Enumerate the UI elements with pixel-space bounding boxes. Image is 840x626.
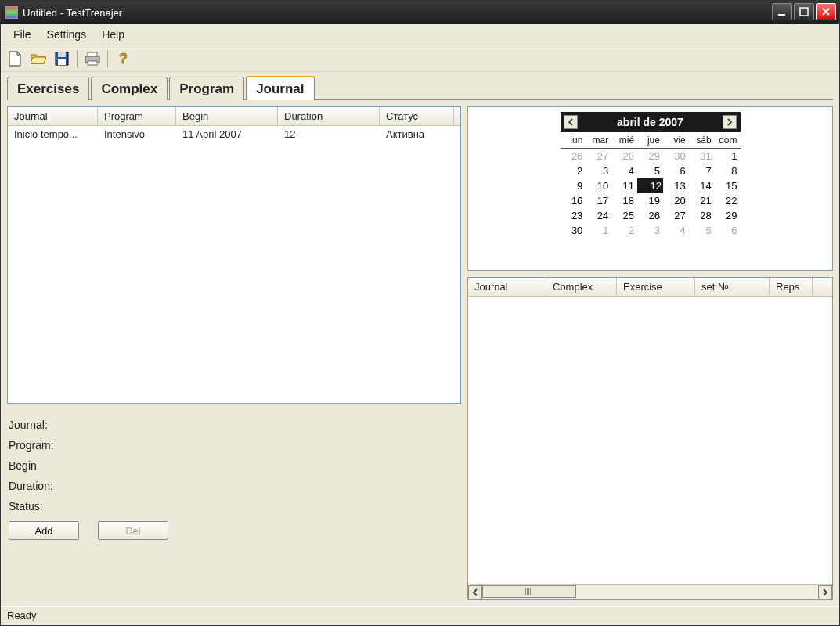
scroll-right-button[interactable] [818, 585, 832, 599]
calendar-day[interactable]: 10 [586, 178, 611, 193]
close-button[interactable] [816, 3, 836, 20]
calendar-day[interactable]: 7 [689, 164, 715, 178]
calendar-title: abril de 2007 [617, 116, 683, 128]
calendar[interactable]: abril de 2007 lunmarmiéjueviesábdom26272… [561, 112, 741, 238]
col-d-setno[interactable]: set № [695, 278, 770, 296]
calendar-day[interactable]: 19 [637, 193, 663, 208]
col-program[interactable]: Program [98, 107, 176, 125]
calendar-dow: lun [561, 132, 586, 149]
scroll-left-button[interactable] [468, 585, 482, 599]
detail-listview[interactable]: Journal Complex Exercise set № Reps [467, 277, 833, 600]
calendar-dow: mié [611, 132, 637, 149]
horizontal-scrollbar[interactable] [468, 584, 832, 599]
toolbar-separator [77, 50, 78, 67]
calendar-day[interactable]: 1 [715, 149, 741, 164]
calendar-day[interactable]: 8 [715, 164, 741, 178]
calendar-day[interactable]: 27 [663, 208, 689, 223]
calendar-day[interactable]: 14 [689, 178, 715, 193]
scroll-thumb[interactable] [482, 585, 576, 598]
calendar-day[interactable]: 15 [715, 178, 741, 193]
cell-duration: 12 [278, 126, 380, 142]
cell-status: Активна [380, 126, 454, 142]
col-d-complex[interactable]: Complex [546, 278, 617, 296]
calendar-day[interactable]: 29 [637, 149, 663, 164]
calendar-day[interactable]: 2 [561, 164, 586, 178]
cell-program: Intensivo [98, 126, 176, 142]
help-icon[interactable]: ? [114, 49, 132, 68]
scroll-track[interactable] [482, 585, 818, 599]
calendar-day[interactable]: 23 [561, 208, 586, 223]
add-button[interactable]: Add [9, 521, 79, 540]
calendar-day[interactable]: 6 [663, 164, 689, 178]
label-status: Status: [9, 496, 460, 516]
new-file-icon[interactable] [5, 49, 24, 68]
calendar-day[interactable]: 26 [637, 208, 663, 223]
calendar-day[interactable]: 2 [611, 223, 637, 238]
calendar-day[interactable]: 1 [586, 223, 611, 238]
calendar-day[interactable]: 3 [586, 164, 611, 178]
svg-rect-4 [58, 59, 66, 65]
calendar-day[interactable]: 5 [637, 164, 663, 178]
calendar-day[interactable]: 27 [586, 149, 611, 164]
open-file-icon[interactable] [29, 49, 48, 68]
calendar-day[interactable]: 13 [663, 178, 689, 193]
cell-journal: Inicio tempo... [8, 126, 98, 142]
menu-settings[interactable]: Settings [39, 26, 95, 43]
del-button[interactable]: Del [98, 521, 168, 540]
calendar-dow: mar [586, 132, 611, 149]
maximize-button[interactable] [794, 3, 814, 20]
menubar: File Settings Help [1, 24, 839, 45]
calendar-day[interactable]: 11 [611, 178, 637, 193]
calendar-day[interactable]: 30 [561, 223, 586, 238]
col-d-reps[interactable]: Reps [770, 278, 813, 296]
tab-complex[interactable]: Complex [91, 77, 168, 100]
table-row[interactable]: Inicio tempo... Intensivo 11 April 2007 … [8, 126, 460, 142]
calendar-day[interactable]: 31 [689, 149, 715, 164]
col-begin[interactable]: Begin [176, 107, 278, 125]
calendar-day[interactable]: 16 [561, 193, 586, 208]
journal-listview[interactable]: Journal Program Begin Duration Статус In… [7, 106, 461, 404]
calendar-day[interactable]: 24 [586, 208, 611, 223]
col-journal[interactable]: Journal [8, 107, 98, 125]
label-journal: Journal: [9, 415, 460, 435]
calendar-day[interactable]: 21 [689, 193, 715, 208]
col-duration[interactable]: Duration [278, 107, 380, 125]
svg-rect-1 [800, 8, 808, 16]
svg-text:?: ? [119, 51, 128, 67]
tab-exercises[interactable]: Exercises [7, 77, 89, 100]
print-icon[interactable] [83, 49, 102, 68]
calendar-day[interactable]: 3 [637, 223, 663, 238]
calendar-day[interactable]: 28 [689, 208, 715, 223]
save-icon[interactable] [52, 49, 71, 68]
label-duration: Duration: [9, 476, 460, 496]
calendar-day[interactable]: 12 [637, 178, 663, 193]
calendar-next-button[interactable] [723, 115, 737, 129]
calendar-day[interactable]: 17 [586, 193, 611, 208]
col-d-journal[interactable]: Journal [468, 278, 546, 296]
calendar-day[interactable]: 20 [663, 193, 689, 208]
calendar-day[interactable]: 6 [715, 223, 741, 238]
col-status[interactable]: Статус [380, 107, 454, 125]
tabstrip: Exercises Complex Program Journal [1, 72, 839, 99]
calendar-day[interactable]: 18 [611, 193, 637, 208]
col-d-exercise[interactable]: Exercise [617, 278, 695, 296]
tab-journal[interactable]: Journal [246, 76, 314, 100]
calendar-dow: dom [715, 132, 741, 149]
calendar-day[interactable]: 29 [715, 208, 741, 223]
minimize-button[interactable] [772, 3, 792, 20]
calendar-day[interactable]: 25 [611, 208, 637, 223]
calendar-day[interactable]: 26 [561, 149, 586, 164]
tab-program[interactable]: Program [169, 77, 244, 100]
calendar-prev-button[interactable] [564, 115, 578, 129]
calendar-dow: jue [637, 132, 663, 149]
calendar-day[interactable]: 5 [689, 223, 715, 238]
calendar-day[interactable]: 30 [663, 149, 689, 164]
calendar-day[interactable]: 9 [561, 178, 586, 193]
calendar-day[interactable]: 4 [663, 223, 689, 238]
calendar-day[interactable]: 4 [611, 164, 637, 178]
calendar-day[interactable]: 28 [611, 149, 637, 164]
calendar-day[interactable]: 22 [715, 193, 741, 208]
menu-file[interactable]: File [5, 26, 39, 43]
toolbar: ? [1, 45, 839, 72]
menu-help[interactable]: Help [94, 26, 132, 43]
